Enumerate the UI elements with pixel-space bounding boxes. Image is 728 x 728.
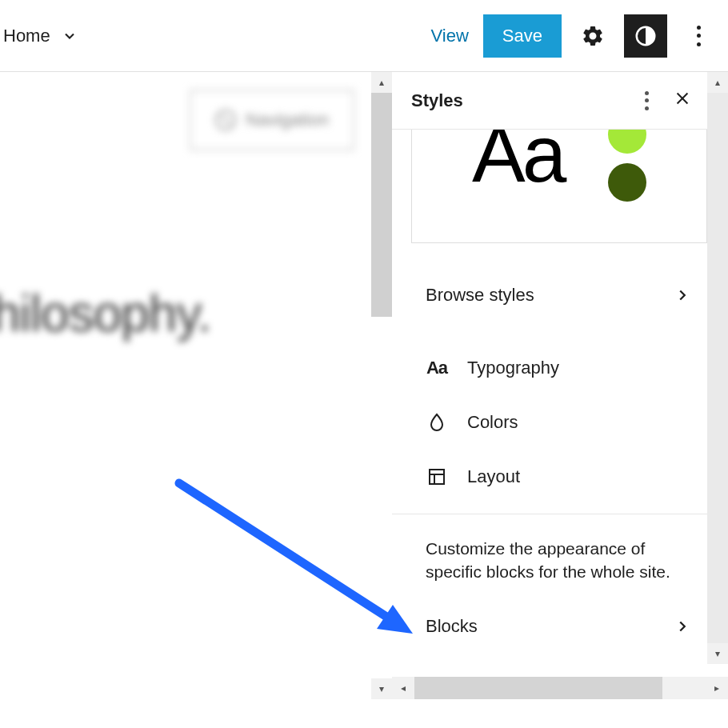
settings-button[interactable] (571, 14, 614, 58)
save-button[interactable]: Save (483, 14, 562, 58)
panel-scroll-up[interactable]: ▴ (707, 72, 728, 93)
panel-title: Styles (411, 90, 463, 111)
more-options-button[interactable] (677, 14, 720, 58)
blocks-label: Blocks (426, 616, 478, 637)
browse-styles-item[interactable]: Browse styles (392, 269, 707, 322)
layout-icon (426, 466, 448, 488)
blocks-description: Customize the appearance of specific blo… (392, 514, 707, 584)
chevron-right-icon (674, 286, 691, 304)
content-area: Navigation hilosophy. ▴ ▾ ▴ ▾ Styles (0, 72, 728, 699)
typography-item[interactable]: Aa Typography (392, 341, 707, 395)
navigation-block: Navigation (190, 90, 354, 150)
h-scroll-right[interactable]: ▸ (706, 677, 728, 699)
layout-item[interactable]: Layout (392, 450, 707, 504)
horizontal-scrollbar[interactable]: ◂ ▸ (392, 677, 728, 699)
more-vertical-icon (696, 26, 701, 46)
canvas-scroll-down[interactable]: ▾ (371, 678, 392, 699)
style-preview-card[interactable]: Aa (411, 130, 707, 243)
panel-header-actions (645, 88, 691, 113)
chevron-right-icon (674, 618, 691, 635)
svg-rect-3 (430, 470, 444, 484)
chevron-down-icon[interactable] (62, 28, 78, 44)
canvas-scroll-up[interactable]: ▴ (371, 72, 392, 93)
top-toolbar: Home View Save (0, 0, 728, 72)
styles-toggle-button[interactable] (624, 14, 667, 58)
layout-label: Layout (467, 466, 520, 487)
h-scroll-thumb[interactable] (414, 677, 662, 699)
browse-styles-label: Browse styles (426, 285, 534, 306)
close-icon (674, 90, 691, 107)
canvas-scroll-track[interactable] (371, 93, 392, 317)
color-swatch-olive (608, 163, 646, 202)
typography-label: Typography (467, 358, 559, 378)
panel-close-button[interactable] (674, 88, 691, 113)
panel-body: Aa Browse styles Aa Typography (392, 130, 707, 699)
toolbar-left: Home (0, 26, 78, 46)
navigation-label: Navigation (246, 110, 329, 130)
editor-canvas[interactable]: Navigation hilosophy. ▴ ▾ (0, 72, 392, 699)
canvas-heading: hilosophy. (0, 284, 210, 343)
home-breadcrumb[interactable]: Home (3, 26, 50, 46)
gear-icon (581, 24, 605, 48)
panel-more-button[interactable] (645, 91, 650, 110)
colors-label: Colors (467, 412, 518, 433)
view-link[interactable]: View (431, 26, 469, 46)
h-scroll-track[interactable] (414, 677, 706, 699)
typography-icon: Aa (426, 357, 448, 379)
preview-typography-sample: Aa (472, 130, 563, 178)
panel-header: Styles (392, 72, 707, 130)
panel-scroll-down[interactable]: ▾ (707, 643, 728, 664)
toolbar-right: View Save (431, 14, 728, 58)
color-swatch-lime (608, 130, 646, 154)
colors-item[interactable]: Colors (392, 395, 707, 450)
panel-scroll-track[interactable] (707, 93, 728, 643)
compass-icon (215, 110, 236, 130)
styles-panel: ▴ ▾ Styles Aa (392, 72, 728, 699)
h-scroll-left[interactable]: ◂ (392, 677, 414, 699)
blocks-item[interactable]: Blocks (392, 600, 707, 653)
drop-icon (426, 411, 448, 434)
contrast-icon (634, 24, 658, 48)
